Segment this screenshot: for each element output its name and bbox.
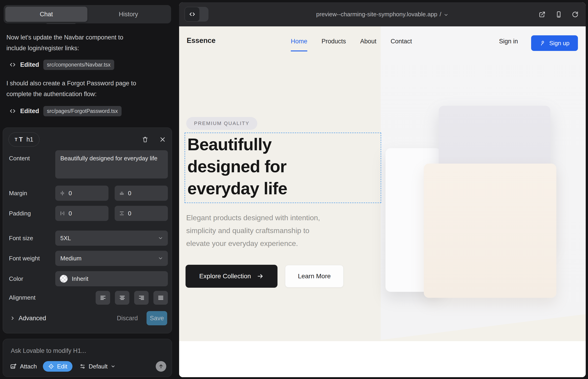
explore-collection-label: Explore Collection: [199, 272, 251, 280]
chat-sidebar: Chat History Now let's update the Navbar…: [0, 0, 179, 379]
mobile-view-button[interactable]: [555, 11, 562, 18]
font-size-select[interactable]: 5XL: [55, 231, 168, 246]
file-chip[interactable]: src/components/Navbar.tsx: [43, 60, 114, 70]
tab-history[interactable]: History: [87, 7, 170, 22]
element-editor-panel: TT h1 Content Beautifully designed for e…: [3, 127, 172, 333]
font-weight-select[interactable]: Medium: [55, 251, 168, 266]
hero-heading[interactable]: Beautifully designed for everyday life: [187, 134, 287, 200]
edit-mode-button[interactable]: Edit: [43, 361, 73, 372]
padding-horizontal-input[interactable]: 0: [55, 206, 108, 221]
learn-more-button[interactable]: Learn More: [285, 265, 343, 287]
edited-label: Edited: [20, 108, 39, 115]
align-justify-button[interactable]: [154, 291, 168, 305]
sidebar-tabbar: Chat History: [4, 5, 171, 23]
preview-pane: preview--charming-site-symphony.lovable.…: [179, 2, 586, 377]
sign-in-link[interactable]: Sign in: [499, 38, 518, 45]
url-bar[interactable]: preview--charming-site-symphony.lovable.…: [179, 11, 586, 18]
site-page: Essence Home Products About Contact Sign…: [179, 26, 586, 377]
site-navbar: Essence Home Products About Contact Sign…: [179, 26, 586, 57]
content-label: Content: [9, 150, 55, 178]
heading-line: everyday life: [187, 178, 287, 200]
sign-up-label: Sign up: [549, 40, 569, 47]
vertical-padding-icon: [119, 210, 125, 216]
edit-label: Edit: [57, 363, 67, 370]
trash-icon[interactable]: [141, 136, 149, 143]
font-size-label: Font size: [9, 231, 55, 246]
align-left-icon: [100, 294, 107, 301]
selected-element-tag[interactable]: TT h1: [8, 132, 39, 147]
tab-chat[interactable]: Chat: [5, 7, 87, 22]
mode-label: Default: [89, 363, 108, 370]
margin-label: Margin: [9, 186, 55, 201]
arrow-up-icon: [158, 363, 164, 369]
mode-select[interactable]: Default: [79, 363, 116, 370]
tag-name: h1: [26, 136, 33, 143]
edited-file-row: Edited src/components/Navbar.tsx: [9, 59, 114, 70]
chat-message: I should also create a Forgot Password p…: [6, 78, 169, 100]
code-preview-toggle[interactable]: [185, 7, 208, 22]
next-section-band: [179, 341, 586, 377]
code-icon: [9, 61, 16, 68]
advanced-toggle[interactable]: Advanced: [10, 315, 46, 322]
color-select[interactable]: Inherit: [55, 271, 168, 286]
padding-label: Padding: [9, 206, 55, 221]
margin-vertical-input[interactable]: 0: [115, 186, 168, 201]
nav-link-products[interactable]: Products: [322, 38, 346, 45]
color-value: Inherit: [72, 275, 88, 283]
nav-link-about[interactable]: About: [360, 38, 377, 45]
content-input[interactable]: Beautifully designed for everyday life: [55, 150, 168, 178]
align-justify-icon: [157, 294, 164, 301]
align-left-button[interactable]: [96, 291, 110, 305]
code-icon: [9, 108, 16, 114]
arrow-right-icon: [257, 273, 264, 280]
nav-link-home[interactable]: Home: [291, 38, 307, 45]
sign-up-button[interactable]: Sign up: [531, 35, 578, 51]
external-link-icon: [539, 11, 546, 18]
url-separator: /: [440, 11, 441, 18]
color-label: Color: [9, 271, 55, 286]
prompt-box[interactable]: Ask Lovable to modify H1... Attach Edit: [3, 339, 172, 377]
heading-line: Beautifully: [187, 134, 287, 156]
discard-button[interactable]: Discard: [117, 315, 138, 322]
type-icon: T: [19, 136, 23, 143]
sliders-icon: [79, 363, 86, 370]
margin-horizontal-input[interactable]: 0: [55, 186, 108, 201]
open-external-button[interactable]: [539, 11, 546, 18]
margin-h-value: 0: [69, 190, 72, 197]
smartphone-icon: [555, 11, 562, 18]
align-right-icon: [138, 294, 145, 301]
file-chip[interactable]: src/pages/ForgotPassword.tsx: [43, 106, 122, 116]
align-center-button[interactable]: [115, 291, 129, 305]
chat-message: Now let's update the Navbar component to…: [6, 32, 169, 54]
selection-outline[interactable]: Beautifully designed for everyday life: [185, 133, 381, 203]
explore-collection-button[interactable]: Explore Collection: [186, 265, 278, 288]
code-toggle-icon: [185, 7, 200, 22]
attach-button[interactable]: Attach: [10, 363, 37, 370]
send-button[interactable]: [156, 361, 166, 372]
nav-link-contact[interactable]: Contact: [390, 38, 412, 45]
paragraph-line: Elegant products designed with intention…: [186, 211, 320, 224]
message-line: Now let's update the Navbar component to: [6, 34, 123, 41]
align-right-button[interactable]: [134, 291, 149, 305]
refresh-icon: [572, 11, 579, 18]
paragraph-line: simplicity and quality craftsmanship to: [186, 224, 320, 237]
padding-v-value: 0: [128, 210, 131, 217]
chevron-down-icon: [158, 235, 163, 241]
close-icon[interactable]: [159, 136, 166, 143]
padding-vertical-input[interactable]: 0: [115, 206, 168, 221]
refresh-button[interactable]: [572, 11, 579, 18]
premium-quality-badge: PREMIUM QUALITY: [186, 117, 257, 130]
font-size-value: 5XL: [60, 235, 71, 242]
image-plus-icon: [10, 363, 17, 370]
edited-file-row: Edited src/pages/ForgotPassword.tsx: [9, 106, 122, 117]
heading-line: designed for: [187, 156, 287, 178]
browser-chrome-bar: preview--charming-site-symphony.lovable.…: [179, 2, 586, 26]
target-icon: [48, 363, 54, 370]
align-center-icon: [119, 294, 126, 301]
color-swatch: [60, 275, 68, 283]
horizontal-padding-icon: [59, 210, 65, 216]
prompt-placeholder: Ask Lovable to modify H1...: [11, 347, 86, 354]
save-button[interactable]: Save: [147, 311, 167, 325]
site-logo[interactable]: Essence: [187, 36, 216, 45]
font-weight-label: Font weight: [9, 251, 55, 266]
